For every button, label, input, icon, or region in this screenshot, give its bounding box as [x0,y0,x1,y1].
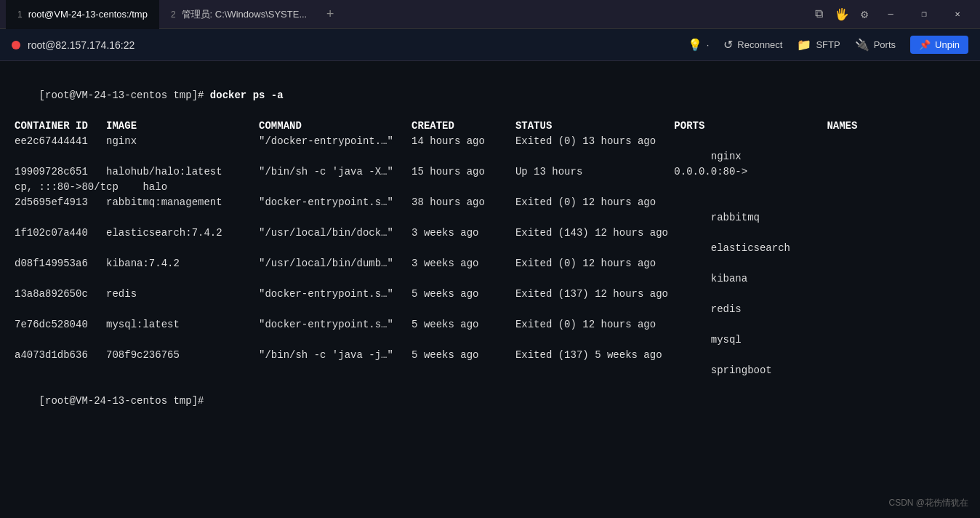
row-nginx: ee2c67444441 nginx "/docker-entrypoint.…… [15,134,965,149]
row-kibana-name: kibana [15,271,965,287]
signal-action[interactable]: 💡 · [688,38,710,52]
terminal[interactable]: [root@VM-24-13-centos tmp]# docker ps -a… [0,61,980,518]
tab-1[interactable]: 1 root@VM-24-13-centos:/tmp [6,0,159,29]
sftp-icon: 📁 [797,38,811,52]
row-redis-name: redis [15,302,965,317]
signal-icon: 💡 [688,38,702,52]
reconnect-label: Reconnect [737,39,782,50]
new-tab-button[interactable]: + [318,3,342,26]
sftp-action[interactable]: 📁 SFTP [797,38,840,52]
row-halo: 19909728c651 halohub/halo:latest "/bin/s… [15,164,965,180]
row-mysql: 7e76dc528040 mysql:latest "docker-entryp… [15,317,965,332]
window-controls: ─ ❐ ✕ [874,0,974,29]
command-line: [root@VM-24-13-centos tmp]# docker ps -a [15,73,965,119]
row-springboot-name: springboot [15,363,965,378]
final-prompt: [root@VM-24-13-centos tmp]# [39,395,210,407]
reconnect-icon: ↺ [723,38,733,52]
status-actions: 💡 · ↺ Reconnect 📁 SFTP 🔌 Ports 📌 Unpin [688,36,968,54]
split-icon[interactable]: ⧉ [815,7,823,21]
watermark: CSDN @花伤情犹在 [888,497,968,509]
gear-icon[interactable]: ⚙ [861,7,868,22]
hand-icon[interactable]: 🖐 [835,7,849,22]
unpin-button[interactable]: 📌 Unpin [910,36,968,54]
signal-label: · [707,39,710,50]
final-prompt-line: [root@VM-24-13-centos tmp]# [15,378,965,424]
tab-2[interactable]: 2 管理员: C:\Windows\SYSTE... [159,0,318,29]
row-halo-2: cp, :::80->80/tcp halo [15,180,965,195]
minimize-button[interactable]: ─ [874,0,907,29]
sftp-label: SFTP [816,39,840,50]
row-elasticsearch-name: elasticsearch [15,241,965,256]
row-kibana: d08f149953a6 kibana:7.4.2 "/usr/local/bi… [15,256,965,271]
titlebar: 1 root@VM-24-13-centos:/tmp 2 管理员: C:\Wi… [0,0,980,29]
connection-status-dot [12,41,20,49]
tab-2-label: 管理员: C:\Windows\SYSTE... [182,8,308,21]
reconnect-action[interactable]: ↺ Reconnect [723,38,782,52]
unpin-label: Unpin [935,39,960,50]
titlebar-icons: ⧉ 🖐 ⚙ [815,7,874,22]
close-button[interactable]: ✕ [941,0,974,29]
tab-2-num: 2 [171,9,176,20]
tab-1-num: 1 [17,9,23,20]
tab-1-label: root@VM-24-13-centos:/tmp [28,9,148,20]
ports-action[interactable]: 🔌 Ports [855,38,896,52]
row-rabbitmq: 2d5695ef4913 rabbitmq:management "docker… [15,195,965,210]
prompt-1: [root@VM-24-13-centos tmp]# [39,89,210,101]
host-label: root@82.157.174.16:22 [28,39,688,51]
command-text: docker ps -a [210,89,284,101]
row-redis: 13a8a892650c redis "docker-entrypoint.s…… [15,287,965,302]
row-springboot: a4073d1db636 708f9c236765 "/bin/sh -c 'j… [15,348,965,363]
row-elasticsearch: 1f102c07a440 elasticsearch:7.4.2 "/usr/l… [15,226,965,241]
pin-icon: 📌 [919,39,931,50]
ports-label: Ports [874,39,896,50]
restore-button[interactable]: ❐ [907,0,941,29]
table-header: CONTAINER ID IMAGE COMMAND CREATED STATU… [15,119,965,134]
ports-icon: 🔌 [855,38,869,52]
row-mysql-name: mysql [15,332,965,348]
row-nginx-name: nginx [15,149,965,164]
row-rabbitmq-name: rabbitmq [15,210,965,226]
statusbar: root@82.157.174.16:22 💡 · ↺ Reconnect 📁 … [0,29,980,61]
